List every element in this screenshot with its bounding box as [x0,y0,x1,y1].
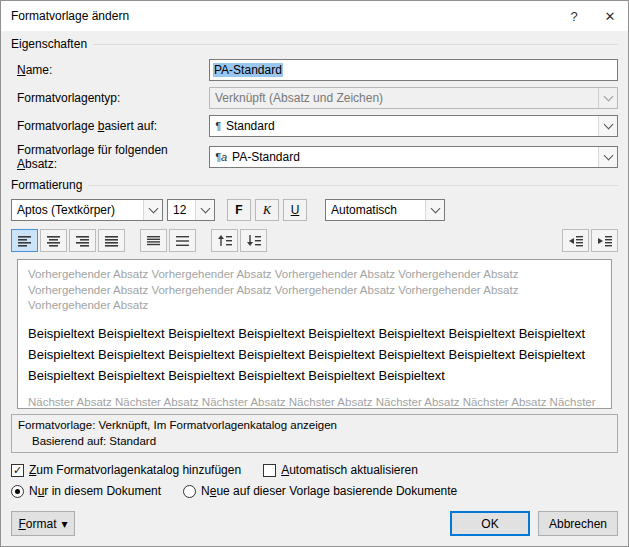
next-paragraph-style-label: Formatvorlage für folgenden Absatz: [11,143,209,171]
formatting-section-label: Formatierung [11,178,82,192]
auto-update-option[interactable]: Automatisch aktualisieren [263,463,418,477]
font-controls-row: Aptos (Textkörper) 12 F K U Automatisch [11,199,618,221]
font-color-dropdown-button[interactable] [425,200,444,220]
increase-paragraph-spacing-button[interactable] [211,229,238,252]
format-menu-label: Format [18,517,56,531]
style-description-line2: Basierend auf: Standard [18,434,611,450]
decrease-paragraph-spacing-button[interactable] [240,229,267,252]
new-documents-radio[interactable] [183,485,196,498]
style-type-value: Verknüpft (Absatz und Zeichen) [210,91,598,105]
dropdown-caret-icon: ▾ [62,517,68,531]
space-before-icon [218,235,232,247]
align-justify-icon [105,235,119,247]
italic-button[interactable]: K [255,199,279,221]
dialog-footer: Format ▾ OK Abbrechen [11,503,618,536]
chevron-down-icon [603,120,613,130]
name-label: Name: [11,63,209,77]
dialog-titlebar[interactable]: Formatvorlage ändern ? ✕ [1,1,628,31]
increase-indent-icon [598,235,612,247]
close-button[interactable]: ✕ [592,1,628,31]
dialog-title: Formatvorlage ändern [1,9,129,23]
only-this-document-option[interactable]: Nur in diesem Dokument [11,484,161,498]
single-spacing-button[interactable] [140,229,167,252]
paragraph-toolbar [11,229,618,252]
new-documents-label: Neue auf dieser Vorlage basierende Dokum… [201,484,457,498]
chevron-down-icon [148,204,158,214]
auto-update-label: Automatisch aktualisieren [281,463,418,477]
dialog-body: Eigenschaften Name: PA-Standard Formatvo… [1,31,628,546]
align-left-button[interactable] [11,229,38,252]
add-to-gallery-checkbox[interactable]: ✓ [11,464,24,477]
next-paragraph-style-value: PA-Standard [227,150,598,164]
style-type-row: Formatvorlagentyp: Verknüpft (Absatz und… [11,87,618,109]
decrease-indent-button[interactable] [562,229,589,252]
only-this-document-radio[interactable] [11,485,24,498]
help-button[interactable]: ? [556,1,592,31]
name-input-selected-text: PA-Standard [213,63,283,77]
chevron-down-icon [430,204,440,214]
radio-row: Nur in diesem Dokument Neue auf dieser V… [11,484,618,498]
chevron-down-icon [603,92,613,102]
style-type-label: Formatvorlagentyp: [11,91,209,105]
font-size-dropdown-button[interactable] [195,200,214,220]
align-center-button[interactable] [40,229,67,252]
underline-button[interactable]: U [283,199,307,221]
formatting-section-header: Formatierung [11,178,618,192]
next-paragraph-style-row: Formatvorlage für folgenden Absatz: ¶a P… [11,143,618,171]
style-type-dropdown-button [598,88,617,108]
add-to-gallery-option[interactable]: ✓ Zum Formatvorlagenkatalog hinzufügen [11,463,241,477]
style-description-line1: Formatvorlage: Verknüpft, Im Formatvorla… [18,418,611,434]
align-right-icon [76,235,90,247]
font-color-value: Automatisch [326,203,425,217]
checkbox-row: ✓ Zum Formatvorlagenkatalog hinzufügen A… [11,463,618,477]
based-on-dropdown-button[interactable] [598,116,617,136]
new-documents-option[interactable]: Neue auf dieser Vorlage basierende Dokum… [183,484,457,498]
based-on-row: Formatvorlage basiert auf: ¶ Standard [11,115,618,137]
based-on-label: Formatvorlage basiert auf: [11,119,209,133]
chevron-down-icon [200,204,210,214]
previous-paragraph-preview: Vorhergehender Absatz Vorhergehender Abs… [28,267,601,314]
style-preview-pane: Vorhergehender Absatz Vorhergehender Abs… [17,259,612,409]
font-name-dropdown-button[interactable] [143,200,162,220]
sample-text-preview: Beispieltext Beispieltext Beispieltext B… [28,323,601,386]
double-spacing-icon [176,235,190,247]
space-after-icon [247,235,261,247]
properties-section-label: Eigenschaften [11,37,87,51]
bold-button[interactable]: F [227,199,251,221]
auto-update-checkbox[interactable] [263,464,276,477]
linked-style-icon: ¶a [210,151,227,163]
based-on-select[interactable]: ¶ Standard [209,115,618,137]
style-type-select: Verknüpft (Absatz und Zeichen) [209,87,618,109]
single-spacing-icon [147,235,161,247]
format-menu-button[interactable]: Format ▾ [11,511,75,536]
font-name-value: Aptos (Textkörper) [12,203,143,217]
font-size-select[interactable]: 12 [167,199,215,221]
align-right-button[interactable] [69,229,96,252]
double-spacing-button[interactable] [169,229,196,252]
style-description-box: Formatvorlage: Verknüpft, Im Formatvorla… [11,414,618,453]
only-this-document-label: Nur in diesem Dokument [29,484,161,498]
properties-section-header: Eigenschaften [11,37,618,51]
font-name-select[interactable]: Aptos (Textkörper) [11,199,163,221]
next-paragraph-style-select[interactable]: ¶a PA-Standard [209,146,618,168]
name-input[interactable]: PA-Standard [209,59,618,81]
next-paragraph-preview: Nächster Absatz Nächster Absatz Nächster… [28,395,601,409]
align-justify-button[interactable] [98,229,125,252]
based-on-value: Standard [221,119,598,133]
font-size-value: 12 [168,203,195,217]
titlebar-buttons: ? ✕ [556,1,628,31]
align-left-icon [18,235,32,247]
name-row: Name: PA-Standard [11,59,618,81]
increase-indent-button[interactable] [591,229,618,252]
next-paragraph-style-dropdown-button[interactable] [598,147,617,167]
chevron-down-icon [603,151,613,161]
add-to-gallery-label: Zum Formatvorlagenkatalog hinzufügen [29,463,241,477]
paragraph-mark-icon: ¶ [210,120,221,132]
ok-button[interactable]: OK [450,511,530,536]
align-center-icon [47,235,61,247]
font-color-select[interactable]: Automatisch [325,199,445,221]
cancel-button[interactable]: Abbrechen [538,511,618,536]
modify-style-dialog: Formatvorlage ändern ? ✕ Eigenschaften N… [0,0,629,547]
decrease-indent-icon [569,235,583,247]
